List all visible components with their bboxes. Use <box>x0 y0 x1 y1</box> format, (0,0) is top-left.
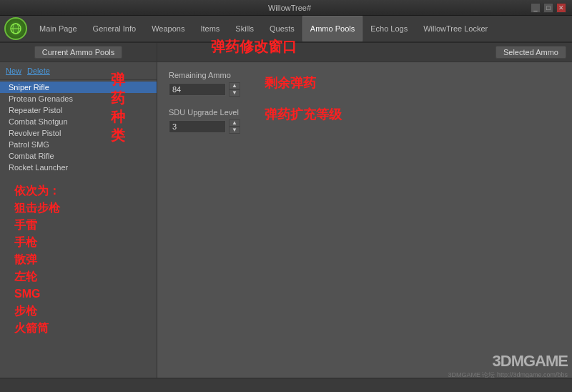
tab-general[interactable]: General Info <box>85 16 144 41</box>
tab-locker[interactable]: WillowTree Locker <box>415 16 495 41</box>
sdu-row: ▲ ▼ <box>169 119 561 134</box>
sdu-input[interactable] <box>169 120 226 133</box>
annotation-list-item-1: 手雷 <box>14 217 60 234</box>
annotation-list-item-4: 左轮 <box>14 268 60 285</box>
list-item[interactable]: Combat Shotgun <box>0 116 157 127</box>
list-item[interactable]: Patrol SMG <box>0 139 157 150</box>
annotation-list-item-2: 手枪 <box>14 234 60 251</box>
annotation-types: 弹 药 种 类 <box>111 70 125 144</box>
title-bar: WillowTree# _ □ ✕ <box>0 0 572 16</box>
app-logo <box>4 17 27 40</box>
annotation-sdu: 弹药扩充等级 <box>265 106 342 123</box>
sdu-spinner: ▲ ▼ <box>229 119 240 134</box>
main-content: Current Ammo Pools New Delete Sniper Rif… <box>0 43 572 378</box>
window-controls: _ □ ✕ <box>531 3 566 13</box>
sdu-up[interactable]: ▲ <box>229 119 240 127</box>
remaining-ammo-spinner: ▲ ▼ <box>229 82 240 97</box>
new-link[interactable]: New <box>6 67 21 75</box>
tab-ammo[interactable]: Ammo Pools <box>302 16 363 41</box>
close-button[interactable]: ✕ <box>556 3 566 13</box>
status-bar <box>0 378 572 392</box>
window-title: WillowTree# <box>49 4 531 12</box>
annotation-list-item-7: 火箭筒 <box>14 320 60 337</box>
sdu-down[interactable]: ▼ <box>229 127 240 134</box>
selected-ammo-button[interactable]: Selected Ammo <box>495 46 566 59</box>
annotation-list-item-0: 狙击步枪 <box>14 200 60 217</box>
annotation-remaining: 剩余弹药 <box>265 74 316 92</box>
remaining-ammo-input[interactable] <box>169 83 226 96</box>
maximize-button[interactable]: □ <box>543 3 553 13</box>
list-item[interactable]: Repeater Pistol <box>0 104 157 116</box>
list-item[interactable]: Combat Rifle <box>0 150 157 162</box>
remaining-ammo-group: Remaining Ammo ▲ ▼ <box>169 71 561 97</box>
delete-link[interactable]: Delete <box>27 67 50 75</box>
list-item[interactable]: Rocket Launcher <box>0 162 157 173</box>
right-panel: Selected Ammo Remaining Ammo ▲ ▼ SDU Upg… <box>157 43 572 378</box>
left-panel-header: Current Ammo Pools <box>0 43 157 62</box>
tab-weapons[interactable]: Weapons <box>144 16 192 41</box>
list-item[interactable]: Sniper Rifle <box>0 82 157 93</box>
annotation-list-item-6: 步枪 <box>14 303 60 320</box>
annotation-list-title: 依次为： <box>14 182 60 200</box>
annotation-list: 依次为： 狙击步枪 手雷 手枪 散弹 左轮 SMG 步枪 火箭筒 <box>14 182 60 337</box>
annotation-list-item-5: SMG <box>14 285 60 303</box>
remaining-ammo-up[interactable]: ▲ <box>229 82 240 89</box>
list-item[interactable]: Protean Grenades <box>0 93 157 104</box>
watermark-brand: 3DMGAME <box>448 352 568 371</box>
annotation-list-item-3: 散弹 <box>14 251 60 268</box>
remaining-ammo-down[interactable]: ▼ <box>229 89 240 97</box>
minimize-button[interactable]: _ <box>531 3 541 13</box>
annotation-title: 弹药修改窗口 <box>211 37 297 57</box>
action-bar: New Delete <box>0 62 157 80</box>
remaining-ammo-row: ▲ ▼ <box>169 82 561 97</box>
list-item[interactable]: Revolver Pistol <box>0 127 157 139</box>
sdu-label: SDU Upgrade Level <box>169 108 561 117</box>
tab-echo[interactable]: Echo Logs <box>363 16 415 41</box>
tab-main[interactable]: Main Page <box>31 16 85 41</box>
form-section: Remaining Ammo ▲ ▼ SDU Upgrade Level ▲ ▼ <box>157 62 572 154</box>
remaining-ammo-label: Remaining Ammo <box>169 71 561 79</box>
current-ammo-pools-button[interactable]: Current Ammo Pools <box>34 46 122 59</box>
sdu-group: SDU Upgrade Level ▲ ▼ <box>169 108 561 134</box>
